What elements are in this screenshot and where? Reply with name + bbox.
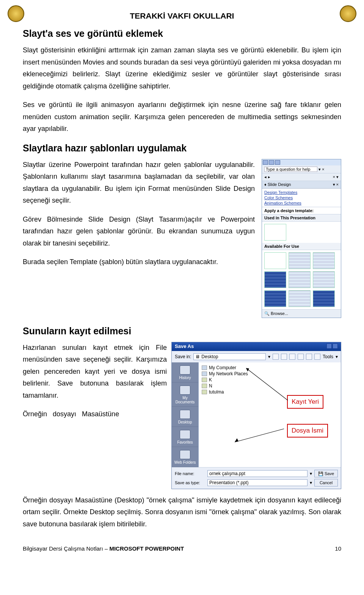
template-thumbnail[interactable]	[264, 271, 286, 288]
svg-line-2	[235, 429, 284, 442]
new-folder-icon[interactable]	[306, 354, 312, 360]
used-in-presentation-label: Used in This Presentation	[262, 214, 341, 222]
folder-icon	[180, 386, 190, 395]
document-page: TERAKKİ VAKFI OKULLARI Slayt'a ses ve gö…	[0, 0, 364, 563]
paragraph: Hazırlanan sunuları kayıt etmek için Fil…	[23, 342, 167, 402]
globe-icon	[180, 450, 190, 459]
paragraph: Slayt gösterisinin etkinliğini arttırmak…	[23, 44, 341, 92]
save-as-type-label: Save as type:	[175, 480, 205, 485]
slide-design-task-pane: Type a question for help ▾ × ◂▸× ▾ ♦ Sli…	[262, 159, 341, 318]
school-logo-right-icon	[340, 5, 356, 22]
folder-icon	[202, 390, 207, 394]
tools-menu[interactable]: Tools	[323, 354, 333, 359]
paragraph: Örneğin dosyayı Masaüstüne (Desktop) "ör…	[23, 494, 341, 530]
template-thumbnail[interactable]	[313, 271, 335, 288]
page-header: TERAKKİ VAKFI OKULLARI	[23, 11, 341, 20]
dropdown-icon[interactable]: ▾	[310, 471, 312, 476]
places-bar: History My Documents Desktop Favorites W…	[172, 362, 198, 467]
apply-template-label: Apply a design template:	[262, 207, 341, 214]
browse-button[interactable]: 🔍 Browse...	[264, 311, 288, 316]
close-icon[interactable]: ▾ ×	[333, 182, 339, 187]
computer-icon	[202, 365, 207, 370]
maximize-icon[interactable]	[269, 160, 274, 165]
arrow-icon	[231, 423, 288, 446]
folder-icon	[202, 378, 207, 382]
color-schemes-link[interactable]: Color Schemes	[264, 195, 339, 200]
window-controls	[262, 159, 341, 165]
save-as-dialog: Save As Save in: 🖥Desktop ▾ Tools▾ Histo…	[171, 342, 341, 489]
callout-save-location: Kayıt Yeri	[287, 395, 323, 409]
paragraph: Görev Bölmesinde Slide Design (Slayt Tas…	[23, 214, 255, 250]
paragraph: Slaytlar üzerine Powerpoint tarafından h…	[23, 159, 255, 207]
template-thumbnail[interactable]	[289, 252, 311, 269]
template-thumbnail[interactable]	[264, 252, 286, 269]
school-logo-left-icon	[8, 5, 24, 22]
paragraph: Ses ve görüntü ile ilgili animasyon ayar…	[23, 99, 341, 135]
desktop-icon	[180, 410, 190, 419]
toolbar-icon[interactable]: ▸	[268, 175, 270, 179]
file-name-label: File name:	[175, 471, 205, 476]
dropdown-icon[interactable]: × ▾	[333, 175, 339, 179]
help-icon[interactable]	[326, 343, 332, 349]
animation-schemes-link[interactable]: Animation Schemes	[264, 200, 339, 206]
heading-add-sound-video: Slayt'a ses ve görüntü eklemek	[23, 28, 341, 39]
svg-marker-3	[235, 438, 238, 442]
close-icon[interactable]	[275, 160, 280, 165]
minimize-icon[interactable]	[263, 160, 268, 165]
up-icon[interactable]	[281, 354, 287, 360]
paragraph: Burada seçilen Template (şablon) bütün s…	[23, 256, 255, 268]
help-search-input[interactable]: Type a question for help	[264, 167, 317, 172]
template-thumbnail[interactable]	[289, 271, 311, 288]
search-icon[interactable]	[289, 354, 295, 360]
save-in-dropdown[interactable]: 🖥Desktop	[193, 353, 266, 360]
paragraph-fragment: Örneğin dosyayı Masaüstüne	[23, 410, 119, 418]
template-thumbnail[interactable]	[313, 290, 335, 307]
places-desktop[interactable]: Desktop	[172, 407, 198, 427]
dialog-controls	[326, 343, 338, 350]
back-icon[interactable]	[273, 354, 279, 360]
places-favorites[interactable]: Favorites	[172, 427, 198, 447]
dropdown-icon[interactable]: ▾ ×	[318, 167, 324, 172]
template-thumbnail[interactable]	[313, 252, 335, 269]
heading-save-presentation: Sunuların kayıt edilmesi	[23, 326, 341, 337]
places-my-documents[interactable]: My Documents	[172, 382, 198, 407]
callout-file-name: Dosya İsmi	[287, 424, 328, 438]
dropdown-icon[interactable]: ▾	[268, 354, 270, 359]
file-list[interactable]: My Computer My Network Places K N tutulm…	[198, 362, 341, 467]
arrow-icon	[242, 366, 292, 404]
save-as-type-dropdown[interactable]: Presentation (*.ppt)	[207, 479, 308, 486]
available-for-use-label: Available For Use	[262, 243, 341, 250]
delete-icon[interactable]	[298, 354, 304, 360]
template-thumbnail[interactable]	[289, 290, 311, 307]
network-icon	[202, 371, 207, 376]
pane-title: ♦ Slide Design	[264, 182, 291, 187]
template-thumbnail[interactable]	[264, 290, 286, 307]
close-icon[interactable]	[333, 343, 338, 349]
cancel-button[interactable]: Cancel	[314, 479, 338, 486]
heading-apply-templates: Slaytlara hazır şablonları uygulamak	[23, 143, 341, 154]
dialog-title: Save As	[175, 343, 194, 350]
svg-line-0	[246, 368, 288, 400]
places-history[interactable]: History	[172, 362, 198, 382]
history-icon	[180, 365, 190, 375]
file-name-input[interactable]: ornek çalışma.ppt	[207, 470, 308, 477]
template-thumbnail[interactable]	[264, 224, 286, 241]
favorites-icon	[180, 430, 190, 439]
dropdown-icon[interactable]: ▾	[310, 480, 312, 485]
page-footer: Bilgisayar Dersi Çalışma Notları – MICRO…	[23, 545, 341, 552]
views-icon[interactable]	[314, 354, 320, 360]
design-templates-link[interactable]: Design Templates	[264, 190, 339, 195]
page-number: 10	[335, 545, 341, 552]
footer-left: Bilgisayar Dersi Çalışma Notları – MICRO…	[23, 545, 184, 552]
save-button[interactable]: 💾 Save	[314, 470, 338, 477]
toolbar-icon[interactable]: ◂	[264, 175, 267, 179]
desktop-icon: 🖥	[195, 354, 200, 359]
places-web-folders[interactable]: Web Folders	[172, 447, 198, 467]
folder-icon	[202, 384, 207, 388]
save-in-label: Save in:	[175, 354, 191, 359]
